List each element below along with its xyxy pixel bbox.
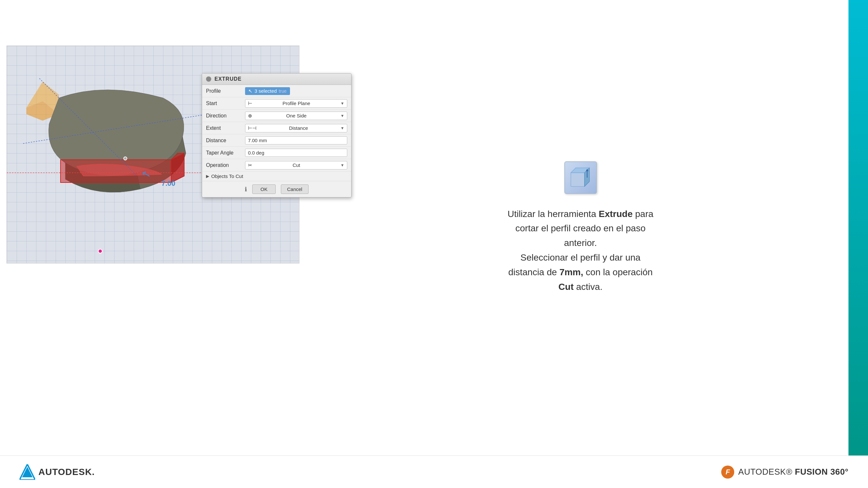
- autodesk-triangle-icon: [20, 464, 35, 480]
- right-panel: Utilizar la herramienta Extrude para cor…: [300, 0, 868, 455]
- distance-label: Distance: [206, 138, 245, 143]
- start-dropdown[interactable]: ⊢ Profile Plane ▼: [245, 99, 347, 108]
- fusion-f-icon: F: [721, 465, 734, 479]
- fusion360-logo: F AUTODESK® FUSION 360°: [721, 465, 848, 479]
- distance-row: Distance 7.00 mm: [202, 134, 351, 147]
- objects-expand-arrow[interactable]: ▶: [206, 174, 209, 178]
- direction-dropdown-arrow: ▼: [340, 113, 344, 118]
- desc-extrude-bold: Extrude: [599, 209, 633, 219]
- info-icon[interactable]: ℹ: [245, 186, 247, 193]
- extrude-dialog: EXTRUDE Profile ↖ 3 selected true Start …: [202, 73, 351, 197]
- desc-line1: Utilizar la herramienta Extrude para cor…: [507, 209, 653, 292]
- start-value: Profile Plane: [282, 100, 310, 106]
- start-control[interactable]: ⊢ Profile Plane ▼: [245, 99, 347, 108]
- direction-dropdown[interactable]: ⊕ One Side ▼: [245, 111, 347, 120]
- objects-to-cut-row[interactable]: ▶ Objects To Cut: [202, 171, 351, 181]
- extent-row: Extent ⊢⊣ Distance ▼: [202, 122, 351, 134]
- taper-control[interactable]: 0.0 deg: [245, 149, 347, 157]
- start-label: Start: [206, 100, 245, 106]
- footer: AUTODESK. F AUTODESK® FUSION 360°: [0, 455, 868, 488]
- taper-value: 0.0 deg: [248, 150, 264, 156]
- profile-row: Profile ↖ 3 selected true: [202, 85, 351, 97]
- description-text: Utilizar la herramienta Extrude para cor…: [507, 207, 653, 294]
- extrude-icon-svg: [569, 166, 592, 189]
- extrude-icon-box: [564, 161, 597, 194]
- autodesk-logo: AUTODESK.: [20, 464, 95, 480]
- operation-dropdown-arrow: ▼: [340, 163, 344, 167]
- extent-value: Distance: [289, 125, 308, 131]
- profile-clear-button[interactable]: true: [279, 89, 286, 94]
- cancel-button[interactable]: Cancel: [281, 185, 309, 194]
- taper-input[interactable]: 0.0 deg: [245, 149, 347, 157]
- dialog-footer: ℹ OK Cancel: [202, 181, 351, 197]
- operation-row: Operation ✂ Cut ▼: [202, 159, 351, 171]
- fusion-name-part: FUSION 360°: [795, 467, 848, 477]
- dot-bottom: [98, 249, 102, 254]
- teal-stripe: [848, 0, 868, 455]
- operation-label: Operation: [206, 162, 245, 168]
- fusion-f-letter: F: [726, 468, 730, 476]
- operation-control[interactable]: ✂ Cut ▼: [245, 161, 347, 169]
- cursor-icon: ↖: [248, 88, 253, 94]
- svg-rect-5: [571, 173, 585, 187]
- profile-selected-pill[interactable]: ↖ 3 selected true: [245, 87, 290, 95]
- extent-dropdown-arrow: ▼: [340, 126, 344, 130]
- operation-value: Cut: [292, 162, 300, 168]
- dialog-icon: [206, 76, 211, 82]
- ok-button[interactable]: OK: [252, 185, 276, 194]
- dimension-label: 7.00: [161, 179, 176, 188]
- fusion-autodesk-part: AUTODESK®: [738, 467, 795, 477]
- profile-control[interactable]: ↖ 3 selected true: [245, 87, 347, 95]
- extent-label: Extent: [206, 125, 245, 131]
- autodesk-logo-text: AUTODESK.: [38, 467, 95, 477]
- objects-to-cut-label: Objects To Cut: [211, 173, 243, 179]
- direction-row: Direction ⊕ One Side ▼: [202, 110, 351, 122]
- extrude-preview: [57, 150, 178, 179]
- direction-value: One Side: [286, 113, 307, 119]
- distance-input[interactable]: 7.00 mm: [245, 136, 347, 144]
- extent-control[interactable]: ⊢⊣ Distance ▼: [245, 124, 347, 132]
- direction-label: Direction: [206, 113, 245, 119]
- profile-label: Profile: [206, 88, 245, 94]
- extent-dropdown[interactable]: ⊢⊣ Distance ▼: [245, 124, 347, 132]
- extent-icon: ⊢⊣: [248, 125, 256, 131]
- start-icon: ⊢: [248, 100, 252, 106]
- orbit-dot: [123, 157, 127, 160]
- distance-control[interactable]: 7.00 mm: [245, 136, 347, 144]
- cut-icon: ✂: [248, 162, 252, 168]
- desc-distance-bold: 7mm,: [559, 267, 583, 277]
- taper-label: Taper Angle: [206, 150, 245, 156]
- fusion360-logo-text: AUTODESK® FUSION 360°: [738, 467, 848, 477]
- dialog-titlebar: EXTRUDE: [202, 73, 351, 85]
- taper-row: Taper Angle 0.0 deg: [202, 147, 351, 159]
- dialog-title: EXTRUDE: [215, 76, 242, 82]
- desc-cut-bold: Cut: [558, 282, 574, 292]
- direction-icon: ⊕: [248, 113, 252, 119]
- direction-control[interactable]: ⊕ One Side ▼: [245, 111, 347, 120]
- distance-value: 7.00 mm: [248, 138, 267, 143]
- start-dropdown-arrow: ▼: [340, 101, 344, 106]
- operation-dropdown[interactable]: ✂ Cut ▼: [245, 161, 347, 169]
- start-row: Start ⊢ Profile Plane ▼: [202, 97, 351, 110]
- main-content: ↖ 7.00 EXTRUDE Profile ↖ 3 selected true: [0, 0, 868, 455]
- profile-selected-text: 3 selected: [254, 88, 277, 94]
